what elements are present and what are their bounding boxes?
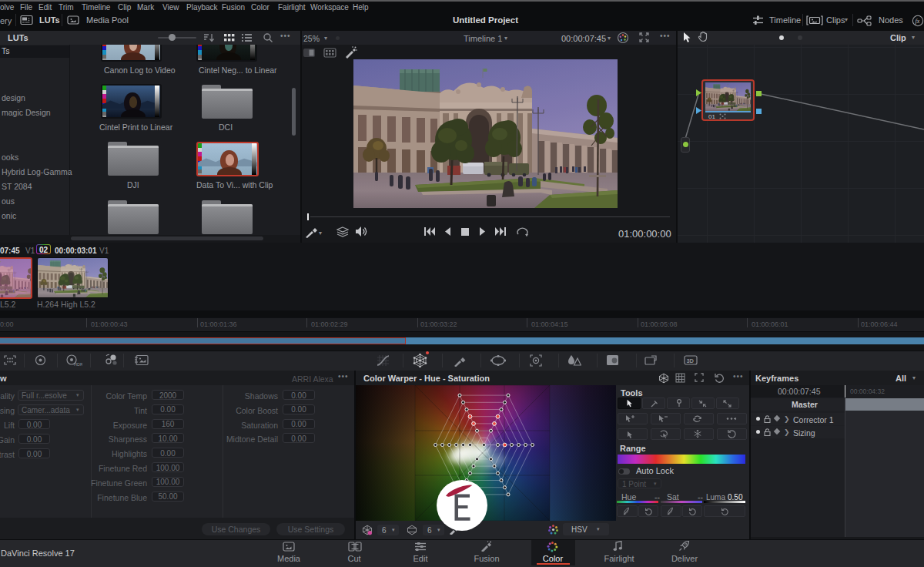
svg-text:fx: fx	[915, 18, 919, 25]
svg-text:HDR: HDR	[74, 362, 82, 367]
svg-text:3D: 3D	[686, 357, 694, 364]
